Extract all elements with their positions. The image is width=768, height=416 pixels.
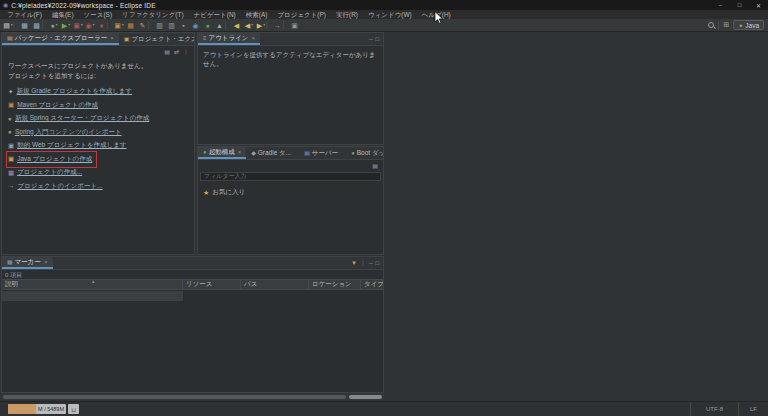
back-icon[interactable]: ◀▾ xyxy=(243,19,255,31)
tab-close-icon[interactable]: × xyxy=(238,149,242,155)
scrollbar-thumb-end[interactable] xyxy=(349,395,382,399)
menu-item[interactable]: 編集(E) xyxy=(47,10,79,19)
collapse-all-icon[interactable]: ▤ xyxy=(372,163,378,169)
filter-funnel-icon[interactable]: ▼ xyxy=(351,260,357,266)
tab-outline[interactable]: ≡アウトライン× xyxy=(198,33,260,45)
toolbar-separator xyxy=(718,21,719,30)
last-edit-location-icon[interactable]: ◀ xyxy=(231,19,243,31)
tab-launch-configurations[interactable]: ●起動構成× xyxy=(198,147,246,159)
view-menu-icon[interactable]: ⋮ xyxy=(183,49,189,55)
menu-item[interactable]: ファイル(F) xyxy=(2,10,47,19)
column-header-description[interactable]: 説明 ▴ xyxy=(2,280,183,289)
menu-item[interactable]: 実行(R) xyxy=(331,10,363,19)
tab-close-icon[interactable]: × xyxy=(251,35,255,41)
link-create-project[interactable]: ▦ プロジェクトの作成... xyxy=(8,166,85,180)
link-import-spring-getting-started[interactable]: ● Spring 入門コンテンツのインポート xyxy=(8,126,125,140)
run-last-icon[interactable]: ● xyxy=(202,19,214,31)
panel-maximize-icon[interactable]: □ xyxy=(375,260,379,266)
launch-filter-input[interactable]: フィルター入力 xyxy=(200,172,381,181)
tab-close-icon[interactable]: × xyxy=(110,35,114,41)
link-label[interactable]: Java プロジェクトの作成 xyxy=(17,155,92,164)
maximize-button[interactable]: □ xyxy=(730,0,749,10)
panel-maximize-icon[interactable]: □ xyxy=(375,36,379,42)
link-label[interactable]: Spring 入門コンテンツのインポート xyxy=(15,128,122,137)
menu-item[interactable]: ソース(S) xyxy=(79,10,117,19)
mark-occurrences-icon[interactable]: ▪ xyxy=(178,19,190,31)
open-type-icon[interactable]: ◉ xyxy=(190,19,202,31)
link-label[interactable]: 動的 Web プロジェクトを作成します xyxy=(17,141,126,150)
link-new-gradle-project[interactable]: ✦ 新規 Gradle プロジェクトを作成します xyxy=(8,85,135,99)
tab-icon: ● xyxy=(203,149,207,155)
link-create-maven-project[interactable]: ▣ Maven プロジェクトの作成 xyxy=(8,99,101,113)
project-type-icon: → xyxy=(8,183,15,190)
link-new-spring-starter-project[interactable]: ● 新規 Spring スターター・プロジェクトの作成 xyxy=(8,112,152,126)
workspace-empty-message: ワークスペースにプロジェクトがありません。 xyxy=(8,61,188,71)
panel-minimize-icon[interactable]: – xyxy=(369,36,372,42)
link-create-java-project[interactable]: ▣ Java プロジェクトの作成 xyxy=(8,153,95,167)
new-package-icon[interactable]: ▦ xyxy=(125,19,137,31)
link-with-editor-icon[interactable]: ⇄ xyxy=(174,49,179,55)
tab-gradle-tasks[interactable]: ◆Gradle タ... xyxy=(246,147,299,159)
column-header-path[interactable]: パス xyxy=(241,280,309,289)
link-label[interactable]: プロジェクトのインポート... xyxy=(18,182,103,191)
project-type-icon: ▦ xyxy=(8,170,14,177)
tab-servers[interactable]: ▤サーバー xyxy=(299,147,346,159)
project-type-icon: ▣ xyxy=(8,102,14,109)
close-button[interactable]: ✕ xyxy=(749,0,768,10)
outline-icon: ≡ xyxy=(203,35,207,41)
link-label[interactable]: 新規 Gradle プロジェクトを作成します xyxy=(16,87,132,96)
outline-empty-message: アウトラインを提供するアクティブなエディターがありません。 xyxy=(198,46,383,74)
scrollbar-thumb[interactable] xyxy=(3,395,346,399)
save-icon[interactable]: ▦ xyxy=(19,19,31,31)
outline-panel: ≡アウトライン× – □ アウトラインを提供するアクティブなエディターがありませ… xyxy=(197,32,384,145)
column-header-resource[interactable]: リソース xyxy=(183,280,241,289)
tab-package-explorer[interactable]: ▤パッケージ・エクスプローラー× xyxy=(2,33,119,45)
column-header-location[interactable]: ロケーション xyxy=(309,280,361,289)
menu-item[interactable]: ウィンドウ(W) xyxy=(363,10,417,19)
external-tools-icon[interactable]: ◉▾ xyxy=(84,19,96,31)
link-create-dynamic-web-project[interactable]: ▣ 動的 Web プロジェクトを作成します xyxy=(8,139,130,153)
menu-item[interactable]: 検索(A) xyxy=(241,10,273,19)
task-view-icon[interactable]: ▥ xyxy=(166,19,178,31)
run-garbage-collector-button[interactable]: ⊔ xyxy=(68,404,79,414)
favorites-tree-item[interactable]: ★ お気に入り xyxy=(198,186,383,199)
link-label[interactable]: Maven プロジェクトの作成 xyxy=(17,101,98,110)
minimize-button[interactable]: – xyxy=(711,0,730,10)
menu-item[interactable]: リファクタリング(T) xyxy=(117,10,189,19)
new-java-project-icon[interactable]: ▣▾ xyxy=(113,19,125,31)
status-bar: M / 5489M ⊔ UTF-8 LF xyxy=(0,401,768,416)
markers-empty-focus-row xyxy=(2,291,183,301)
panel-minimize-icon[interactable]: – xyxy=(369,260,372,266)
horizontal-scrollbar[interactable] xyxy=(1,394,384,400)
eclipse-logo-icon: ◉ xyxy=(3,2,8,8)
project-type-icon: ● xyxy=(8,116,12,123)
pin-editor-icon[interactable]: ▣ xyxy=(289,19,301,31)
run-icon[interactable]: ▶▾ xyxy=(60,19,72,31)
markers-table-body[interactable] xyxy=(2,290,383,393)
markers-icon: ▦ xyxy=(7,259,13,265)
mouse-cursor xyxy=(434,11,444,25)
link-label[interactable]: 新規 Spring スターター・プロジェクトの作成 xyxy=(15,114,149,123)
menu-item[interactable]: プロジェクト(P) xyxy=(272,10,331,19)
link-import-projects[interactable]: → プロジェクトのインポート... xyxy=(8,180,106,194)
java-perspective-button[interactable]: ✦ Java xyxy=(733,20,764,30)
tab-markers[interactable]: ▦マーカー× xyxy=(2,257,53,269)
tab-boot-dashboard[interactable]: ●Boot ダッ... xyxy=(346,147,384,159)
tab-close-icon[interactable]: × xyxy=(44,259,48,265)
column-header-type[interactable]: タイプ xyxy=(361,280,383,289)
open-perspective-icon[interactable]: ⊞ xyxy=(723,21,729,29)
link-label[interactable]: プロジェクトの作成... xyxy=(17,168,82,177)
debug-icon[interactable]: ●▾ xyxy=(48,19,60,31)
search-icon[interactable] xyxy=(708,22,714,28)
filter-placeholder: フィルター入力 xyxy=(204,172,247,181)
main-toolbar: ▤▾ ▏ ▦ ▩ ▏ ●▾ ▶▾ ▣▾ ◉▾ ♦ ▏ ▣▾ xyxy=(0,19,768,32)
collapse-all-icon[interactable]: ▤ xyxy=(164,49,170,55)
search-tasks-icon[interactable]: ▥ xyxy=(154,19,166,31)
eclipse-window: ◉ C:¥pleiades¥2022-09¥workspace - Eclips… xyxy=(0,0,768,416)
tab-project-explorer[interactable]: ▣プロジェクト・エクスプローラー xyxy=(119,33,195,45)
menu-bar: ファイル(F) 編集(E) ソース(S) リファクタリング(T) ナビゲート(N… xyxy=(0,10,768,19)
view-menu-icon[interactable]: ⋮ xyxy=(360,260,366,266)
coverage-icon[interactable]: ▣▾ xyxy=(72,19,84,31)
markers-item-count: 0 項目 xyxy=(2,270,383,279)
menu-item[interactable]: ナビゲート(N) xyxy=(189,10,241,19)
